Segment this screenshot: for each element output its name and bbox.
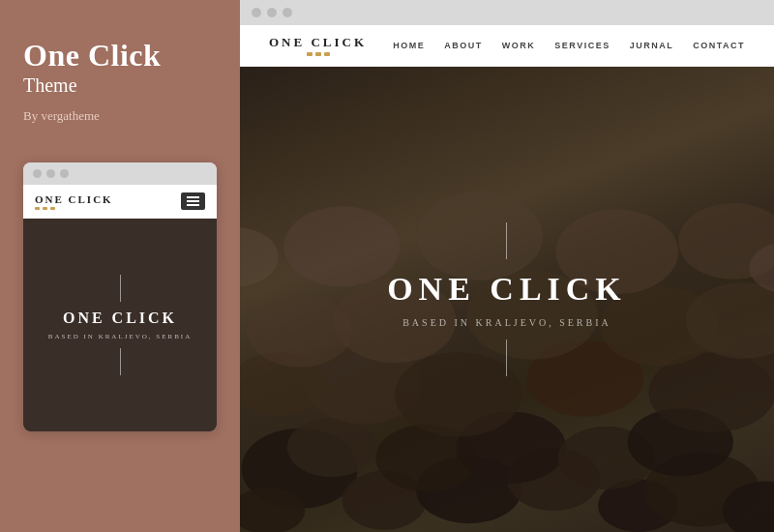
desktop-dot-1 (252, 8, 261, 17)
desktop-logo: ONE CLICK (269, 35, 367, 56)
mobile-preview-card: ONE CLICK ONE CLICK BASED IN KRALJEVO, S… (23, 163, 217, 431)
desktop-dot-3 (283, 8, 292, 17)
desktop-browser-bar (240, 0, 774, 25)
desktop-logo-dot-1 (307, 52, 313, 56)
desktop-preview: ONE CLICK HOME ABOUT WORK SERVICES JURNA… (240, 0, 774, 532)
nav-link-home[interactable]: HOME (393, 41, 425, 50)
mobile-logo-dots (35, 207, 113, 210)
hamburger-menu-icon[interactable] (181, 192, 205, 210)
desktop-nav-links: HOME ABOUT WORK SERVICES JURNAL CONTACT (393, 41, 745, 50)
nav-link-about[interactable]: ABOUT (444, 41, 483, 50)
desktop-logo-dot-3 (324, 52, 330, 56)
mobile-nav: ONE CLICK (23, 185, 217, 219)
hero-line-bottom (506, 340, 507, 376)
mobile-hero-line-top (120, 275, 121, 302)
mobile-dot-2 (46, 169, 55, 178)
desktop-hero: ONE CLICK BASED IN KRALJEVO, SERBIA (240, 67, 774, 532)
desktop-logo-dot-2 (315, 52, 321, 56)
theme-title: One Click (23, 39, 217, 73)
svg-point-24 (240, 227, 279, 286)
mobile-logo-dot-1 (35, 207, 40, 210)
theme-subtitle: Theme (23, 74, 217, 97)
nav-link-services[interactable]: SERVICES (554, 41, 610, 50)
mobile-dot-3 (60, 169, 69, 178)
hero-line-top (506, 222, 507, 259)
mobile-hero-subtitle: BASED IN KRALJEVO, SERBIA (48, 333, 192, 340)
svg-point-25 (283, 206, 400, 286)
svg-point-22 (247, 295, 352, 367)
mobile-logo-dot-2 (43, 207, 47, 210)
nav-link-jurnal[interactable]: JURNAL (630, 41, 674, 50)
desktop-logo-dots (269, 52, 367, 56)
desktop-hero-content: ONE CLICK BASED IN KRALJEVO, SERBIA (387, 222, 627, 376)
author-label: By vergatheme (23, 108, 217, 124)
sidebar: One Click Theme By vergatheme ONE CLICK (0, 0, 240, 532)
mobile-logo-dot-3 (50, 207, 55, 210)
hero-subtitle: BASED IN KRALJEVO, SERBIA (402, 317, 611, 328)
mobile-dot-1 (33, 169, 42, 178)
desktop-dot-2 (267, 8, 277, 17)
hero-title: ONE CLICK (387, 271, 627, 308)
hamburger-line-2 (187, 200, 199, 202)
desktop-nav: ONE CLICK HOME ABOUT WORK SERVICES JURNA… (240, 25, 774, 67)
mobile-hero-line-bottom (120, 348, 121, 375)
svg-point-8 (287, 418, 376, 477)
mobile-logo: ONE CLICK (35, 193, 113, 210)
nav-link-work[interactable]: WORK (502, 41, 536, 50)
hamburger-line-3 (187, 204, 199, 206)
nav-link-contact[interactable]: CONTACT (693, 41, 745, 50)
mobile-hero: ONE CLICK BASED IN KRALJEVO, SERBIA (23, 219, 217, 431)
hamburger-line-1 (187, 196, 199, 198)
mobile-hero-title: ONE CLICK (63, 310, 177, 327)
mobile-browser-bar (23, 163, 217, 185)
